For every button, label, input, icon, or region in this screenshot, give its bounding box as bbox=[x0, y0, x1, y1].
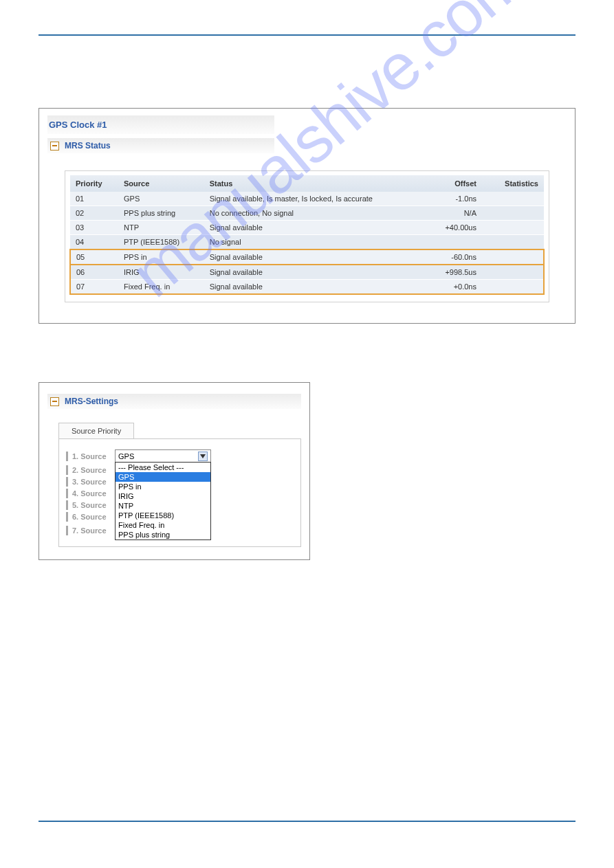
status-table-inner: Priority Source Status Offset Statistics… bbox=[65, 170, 549, 302]
cell-status: Signal available bbox=[204, 280, 428, 295]
dropdown-option-selected[interactable]: GPS bbox=[116, 472, 210, 482]
cell-offset: +0.0ns bbox=[428, 280, 482, 295]
dropdown-option[interactable]: PPS in bbox=[116, 482, 210, 491]
table-row-highlighted: 07 Fixed Freq. in Signal available +0.0n… bbox=[70, 280, 544, 295]
bottom-rule bbox=[39, 821, 575, 822]
cell-priority: 02 bbox=[70, 206, 118, 221]
cell-priority: 05 bbox=[70, 249, 118, 265]
cell-statistics bbox=[482, 265, 544, 280]
cell-offset: -60.0ns bbox=[428, 249, 482, 265]
col-offset: Offset bbox=[428, 175, 482, 192]
source-label: 6. Source bbox=[72, 513, 115, 521]
source-1-dropdown[interactable]: --- Please Select --- GPS PPS in IRIG NT… bbox=[115, 462, 211, 540]
cell-source: NTP bbox=[118, 221, 204, 235]
cell-source: GPS bbox=[118, 192, 204, 206]
row-marker bbox=[66, 512, 68, 522]
cell-offset bbox=[428, 235, 482, 250]
cell-offset: +40.00us bbox=[428, 221, 482, 235]
row-marker bbox=[66, 477, 68, 487]
source-1-value: GPS bbox=[118, 452, 134, 460]
source-1-select-wrap: GPS --- Please Select --- GPS PPS in IRI… bbox=[115, 449, 211, 463]
mrs-settings-panel: MRS-Settings Source Priority 1. Source G… bbox=[39, 382, 310, 560]
svg-marker-0 bbox=[200, 454, 206, 458]
cell-source: PPS plus string bbox=[118, 206, 204, 221]
cell-source: PPS in bbox=[118, 249, 204, 265]
status-table-wrap: Priority Source Status Offset Statistics… bbox=[47, 153, 567, 302]
cell-source: Fixed Freq. in bbox=[118, 280, 204, 295]
cell-status: Signal available bbox=[204, 249, 428, 265]
cell-status: No signal bbox=[204, 235, 428, 250]
top-rule bbox=[39, 34, 575, 36]
dropdown-option[interactable]: --- Please Select --- bbox=[116, 463, 210, 472]
source-label: 5. Source bbox=[72, 501, 115, 509]
cell-priority: 06 bbox=[70, 265, 118, 280]
col-source: Source bbox=[118, 175, 204, 192]
source-label: 7. Source bbox=[72, 526, 115, 535]
dropdown-option[interactable]: PTP (IEEE1588) bbox=[116, 511, 210, 520]
row-marker bbox=[66, 526, 68, 535]
row-marker bbox=[66, 465, 68, 475]
source-label: 2. Source bbox=[72, 466, 115, 474]
dropdown-option[interactable]: NTP bbox=[116, 501, 210, 511]
settings-body: Source Priority 1. Source GPS --- Please… bbox=[47, 409, 301, 547]
table-row: 04 PTP (IEEE1588) No signal bbox=[70, 235, 544, 250]
table-header-row: Priority Source Status Offset Statistics bbox=[70, 175, 544, 192]
mrs-status-panel: GPS Clock #1 MRS Status Priority Source … bbox=[39, 108, 575, 324]
status-table: Priority Source Status Offset Statistics… bbox=[69, 175, 545, 295]
panel-title: GPS Clock #1 bbox=[47, 115, 274, 134]
table-row: 03 NTP Signal available +40.00us bbox=[70, 221, 544, 235]
col-statistics: Statistics bbox=[482, 175, 544, 192]
mrs-settings-label: MRS-Settings bbox=[65, 397, 118, 406]
source-label: 3. Source bbox=[72, 478, 115, 486]
cell-status: No connection, No signal bbox=[204, 206, 428, 221]
dropdown-option[interactable]: Fixed Freq. in bbox=[116, 520, 210, 530]
mrs-settings-header[interactable]: MRS-Settings bbox=[47, 394, 301, 409]
cell-statistics bbox=[482, 192, 544, 206]
cell-statistics bbox=[482, 280, 544, 295]
cell-priority: 03 bbox=[70, 221, 118, 235]
cell-status: Signal available bbox=[204, 265, 428, 280]
row-marker bbox=[66, 489, 68, 498]
cell-status: Signal available, Is master, Is locked, … bbox=[204, 192, 428, 206]
cell-source: PTP (IEEE1588) bbox=[118, 235, 204, 250]
table-row-highlighted: 05 PPS in Signal available -60.0ns bbox=[70, 249, 544, 265]
cell-statistics bbox=[482, 221, 544, 235]
collapse-icon[interactable] bbox=[50, 142, 59, 151]
dropdown-option[interactable]: IRIG bbox=[116, 491, 210, 501]
cell-source: IRIG bbox=[118, 265, 204, 280]
cell-statistics bbox=[482, 206, 544, 221]
cell-statistics bbox=[482, 249, 544, 265]
collapse-icon[interactable] bbox=[50, 397, 59, 406]
page: GPS Clock #1 MRS Status Priority Source … bbox=[0, 0, 614, 560]
cell-offset: N/A bbox=[428, 206, 482, 221]
table-row-highlighted: 06 IRIG Signal available +998.5us bbox=[70, 265, 544, 280]
source-label: 4. Source bbox=[72, 489, 115, 498]
mrs-status-label: MRS Status bbox=[65, 141, 111, 151]
settings-box: 1. Source GPS --- Please Select --- GPS … bbox=[58, 438, 301, 547]
cell-statistics bbox=[482, 235, 544, 250]
col-status: Status bbox=[204, 175, 428, 192]
source-label: 1. Source bbox=[72, 452, 115, 460]
row-marker bbox=[66, 500, 68, 510]
cell-status: Signal available bbox=[204, 221, 428, 235]
cell-offset: -1.0ns bbox=[428, 192, 482, 206]
cell-priority: 07 bbox=[70, 280, 118, 295]
chevron-down-icon bbox=[198, 452, 208, 461]
dropdown-option[interactable]: PPS plus string bbox=[116, 530, 210, 539]
mrs-status-header[interactable]: MRS Status bbox=[47, 138, 274, 153]
cell-priority: 04 bbox=[70, 235, 118, 250]
row-marker bbox=[66, 452, 68, 461]
table-row: 01 GPS Signal available, Is master, Is l… bbox=[70, 192, 544, 206]
source-1-select[interactable]: GPS bbox=[115, 449, 211, 463]
cell-offset: +998.5us bbox=[428, 265, 482, 280]
col-priority: Priority bbox=[70, 175, 118, 192]
tab-source-priority[interactable]: Source Priority bbox=[58, 423, 134, 438]
cell-priority: 01 bbox=[70, 192, 118, 206]
table-row: 02 PPS plus string No connection, No sig… bbox=[70, 206, 544, 221]
source-row-1: 1. Source GPS --- Please Select --- GPS … bbox=[66, 449, 294, 463]
